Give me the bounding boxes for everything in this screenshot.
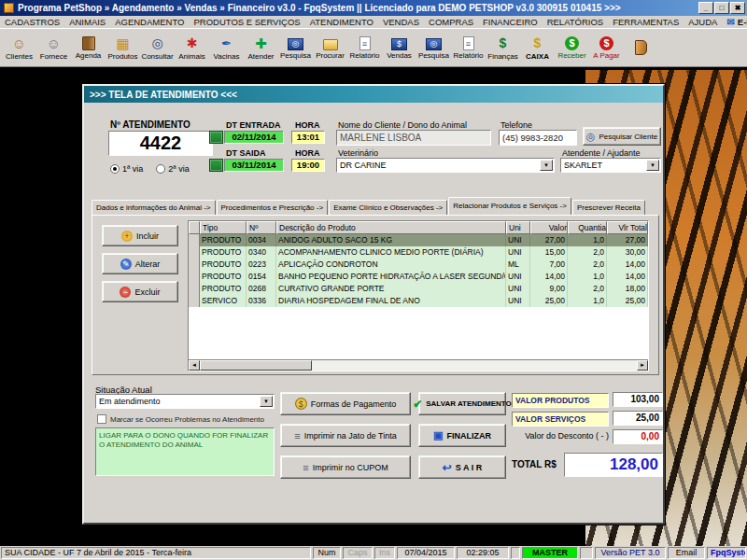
toolbar-clientes-button[interactable]: ☺Clientes: [2, 30, 36, 65]
atendente-select[interactable]: SKARLET ▼: [560, 158, 661, 173]
toolbar-fornecedores-button[interactable]: ☺Fornece: [36, 30, 71, 65]
sair-button[interactable]: ↩ S A I R: [418, 455, 506, 479]
cell: 0154: [247, 271, 276, 283]
cell: 2,0: [568, 246, 607, 259]
toolbar-vendas-button[interactable]: $Vendas: [382, 30, 416, 65]
menu-animais[interactable]: ANIMAIS: [64, 17, 110, 27]
chevron-down-icon[interactable]: ▼: [260, 396, 273, 407]
situacao-select[interactable]: Em atendimento ▼: [95, 394, 275, 409]
toolbar-financas-button[interactable]: $Finanças: [486, 30, 520, 65]
formas-pagamento-button[interactable]: $ Formas de Pagamento: [280, 392, 411, 415]
scrollbar-thumb[interactable]: [200, 360, 312, 371]
cell: 2,0: [568, 283, 607, 295]
veterinario-select[interactable]: DR CARINE ▼: [336, 158, 555, 173]
pesquisar-cliente-button[interactable]: ◎ Pesquisar Cliente: [583, 127, 661, 146]
toolbar-pesquisa-vendas-button[interactable]: ◎Pesquisa: [416, 30, 451, 65]
cell: 1,0: [568, 271, 607, 283]
scroll-right-icon[interactable]: ►: [637, 360, 648, 371]
menu-ferramentas[interactable]: FERRAMENTAS: [608, 17, 684, 27]
maximize-button[interactable]: □: [714, 2, 729, 14]
email-icon: ✉: [726, 17, 734, 27]
cell: 25,00: [607, 295, 648, 307]
close-button[interactable]: ✖: [730, 2, 745, 14]
via1-radio[interactable]: 1ª via: [110, 164, 143, 174]
valor-produtos-label: VALOR PRODUTOS: [512, 393, 609, 408]
imprimir-cupom-button[interactable]: ≡ Imprimir no CUPOM: [280, 455, 411, 479]
toolbar-receber-button[interactable]: $Receber: [555, 30, 589, 65]
menu-relat-rios[interactable]: RELATÓRIOS: [543, 17, 609, 27]
table-row[interactable]: PRODUTO0154BANHO PEQUENO PORTE HIDRATAÇÃ…: [189, 271, 648, 283]
dialog-titlebar[interactable]: >>> TELA DE ATENDIMENTO <<<: [84, 86, 663, 103]
toolbar-sair-button[interactable]: [624, 30, 658, 65]
menu-produtos-e-servi-os[interactable]: PRODUTOS E SERVIÇOS: [189, 17, 304, 27]
tab-relacionar-produtos-e-servi-os[interactable]: Relacionar Produtos e Serviços ->: [448, 197, 571, 215]
imprimir-jato-button[interactable]: ≡ Imprimir na Jato de Tinta: [280, 424, 411, 447]
scrollbar-track[interactable]: [200, 360, 637, 371]
hora-saida-field[interactable]: 19:00: [291, 159, 325, 172]
finalizar-button[interactable]: ▣ FINALIZAR: [418, 424, 506, 447]
desconto-value[interactable]: 0,00: [613, 429, 663, 444]
toolbar-caixa-button[interactable]: $CAIXA: [520, 30, 555, 65]
cell: 0034: [247, 234, 276, 246]
date-picker-icon[interactable]: [209, 159, 223, 172]
telefone-input[interactable]: (45) 9983-2820: [499, 130, 577, 146]
observacao-note[interactable]: LIGAR PARA O DONO QUANDO FOR FINALIZAR O…: [95, 427, 275, 476]
via2-radio[interactable]: 2ª via: [156, 164, 189, 174]
date-picker-icon[interactable]: [209, 131, 223, 144]
toolbar-a-pagar-button[interactable]: $A Pagar: [589, 30, 624, 65]
toolbar-produtos-button[interactable]: ▦Produtos: [106, 30, 140, 65]
toolbar-animais-button[interactable]: ✱Animais: [175, 30, 209, 65]
financas-icon: $: [500, 35, 507, 51]
toolbar-vacinas-button[interactable]: ✒Vacinas: [209, 30, 244, 65]
dt-saida-field[interactable]: 03/11/2014: [224, 159, 284, 172]
alterar-icon: ✎: [120, 259, 132, 270]
scroll-left-icon[interactable]: ◄: [189, 360, 200, 371]
chevron-down-icon[interactable]: ▼: [646, 160, 659, 171]
excluir-button[interactable]: − Excluir: [102, 281, 178, 302]
table-row[interactable]: PRODUTO0268CURATIVO GRANDE PORTEUNI9,002…: [189, 283, 648, 295]
toolbar-relatorio-vendas-button[interactable]: ≡Relatório: [451, 30, 486, 65]
alterar-button[interactable]: ✎ Alterar: [102, 253, 178, 274]
chevron-down-icon[interactable]: ▼: [540, 160, 553, 171]
horizontal-scrollbar[interactable]: ◄ ►: [189, 359, 648, 371]
toolbar-a-pagar-label: A Pagar: [593, 51, 619, 60]
dt-entrada-field[interactable]: 02/11/2014: [224, 131, 284, 144]
grid-header-valor: Valor: [530, 221, 568, 234]
atendimento-number-field[interactable]: 4422: [108, 131, 213, 156]
hora-entrada-field[interactable]: 13:01: [291, 131, 325, 144]
checkbox-unchecked-icon[interactable]: [97, 414, 106, 424]
menu-e-mail[interactable]: ✉E-MAIL: [722, 17, 747, 27]
menu-compras[interactable]: COMPRAS: [424, 17, 478, 27]
tab-procedimentos-e-prescri-o[interactable]: Procedimentos e Prescrição ->: [217, 200, 329, 215]
toolbar-relatorio-atendimento-button[interactable]: ≡Relatório: [347, 30, 382, 65]
client-name-input[interactable]: MARLENE LISBOA: [336, 130, 491, 146]
salvar-atendimento-button[interactable]: ✔ SALVAR ATENDIMENTO: [418, 392, 506, 415]
menu-vendas[interactable]: VENDAS: [378, 17, 424, 27]
toolbar-pesquisa-atendimento-button[interactable]: ◎Pesquisa: [278, 30, 313, 65]
menu-ajuda[interactable]: AJUDA: [684, 17, 722, 27]
grid-header-n: Nº: [247, 221, 276, 234]
window-titlebar[interactable]: Programa PetShop » Agendamento » Vendas …: [0, 0, 747, 16]
toolbar-atender-button[interactable]: ✚Atender: [244, 30, 278, 65]
menu-cadastros[interactable]: CADASTROS: [0, 17, 64, 27]
tab-prescrever-receita[interactable]: Prescrever Receita: [572, 200, 645, 215]
table-row[interactable]: SERVICO0336DIARIA HOSPEDAGEM FINAL DE AN…: [189, 295, 648, 307]
tab-dados-e-informa-es-do-animal[interactable]: Dados e informações do Animal ->: [92, 200, 216, 215]
menu-financeiro[interactable]: FINANCEIRO: [478, 17, 543, 27]
menu-bar: CADASTROSANIMAISAGENDAMENTOPRODUTOS E SE…: [0, 16, 747, 29]
menu-atendimento[interactable]: ATENDIMENTO: [305, 17, 378, 27]
problemas-checkbox-row[interactable]: Marcar se Ocorreu Problemas no Atendimen…: [97, 414, 264, 424]
table-row[interactable]: PRODUTO0034ANIDOG ADULTO SACO 15 KGUNI27…: [189, 234, 648, 246]
menu-agendamento[interactable]: AGENDAMENTO: [110, 17, 189, 27]
table-row[interactable]: PRODUTO0340ACOMPANHAMENTO CLINICO MEDIO …: [189, 246, 648, 259]
table-row[interactable]: PRODUTO0223APLICAÇÃO CONDROTONML7,002,01…: [189, 259, 648, 271]
tab-exame-cl-nico-e-observa-es[interactable]: Exame Clínico e Observações ->: [329, 200, 447, 215]
status-email[interactable]: Email: [668, 547, 705, 559]
toolbar-consultar-button[interactable]: ◎Consultar: [140, 30, 175, 65]
check-icon: ✔: [413, 398, 422, 411]
toolbar-procurar-button[interactable]: Procurar: [313, 30, 347, 65]
incluir-button[interactable]: + Incluir: [102, 225, 178, 246]
minimize-button[interactable]: _: [698, 2, 713, 14]
status-user-badge: MASTER: [522, 547, 578, 559]
toolbar-agenda-button[interactable]: Agenda: [71, 30, 106, 65]
